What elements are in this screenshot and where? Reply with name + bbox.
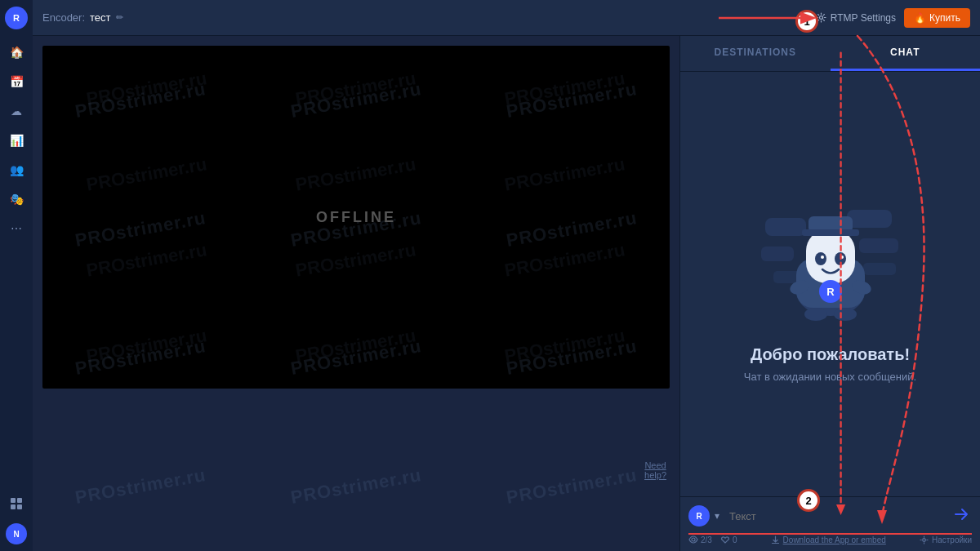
svg-point-16 [821, 256, 824, 259]
chat-content: R Добро пожаловать! Чат в ожидани [680, 72, 980, 496]
chat-avatar-dropdown[interactable]: ▾ [715, 510, 719, 522]
sidebar-item-more[interactable]: ⋯ [3, 216, 29, 242]
chat-send-button[interactable] [951, 504, 972, 528]
svg-rect-1 [17, 498, 22, 503]
svg-text:R: R [826, 286, 835, 298]
chat-tab-label: CHAT [890, 47, 920, 58]
encoder-label: Encoder: [42, 11, 85, 24]
svg-point-14 [815, 252, 826, 265]
svg-point-22 [804, 308, 827, 321]
topbar: Encoder: тест ✏ RTMP Settings 🔥 Купить [33, 0, 980, 36]
video-preview: PROstrimer.ru PROstrimer.ru PROstrimer.r… [42, 46, 670, 389]
chat-footer: 2/3 0 Download the App or [688, 535, 972, 544]
chat-welcome: Добро пожаловать! Чат в ожидании новых с… [744, 345, 916, 383]
viewers-count: 2/3 [701, 535, 712, 544]
svg-point-4 [819, 16, 822, 20]
fire-icon: 🔥 [914, 12, 926, 24]
chat-stats: 2/3 0 [688, 535, 737, 544]
destinations-tab-label: DESTINATIONS [715, 47, 796, 58]
chat-welcome-sub: Чат в ожидании новых сообщений. [744, 371, 916, 383]
sidebar-item-stats[interactable]: 📊 [3, 127, 29, 153]
chat-user-avatar: R [688, 505, 710, 527]
settings-icon [920, 535, 929, 544]
rtmp-settings-label: RTMP Settings [831, 12, 896, 24]
edit-icon[interactable]: ✏ [116, 12, 123, 23]
svg-rect-5 [765, 218, 806, 236]
tab-destinations[interactable]: DESTINATIONS [680, 36, 831, 71]
app-logo[interactable]: R [5, 7, 28, 29]
lower-area: Needhelp? [33, 389, 679, 551]
viewers-icon [688, 535, 698, 544]
svg-rect-0 [11, 498, 16, 503]
main-content: Encoder: тест ✏ RTMP Settings 🔥 Купить P… [33, 0, 980, 551]
svg-point-17 [840, 256, 844, 259]
svg-rect-3 [17, 504, 22, 509]
chat-input-area: R ▾ [680, 496, 980, 551]
need-help-label: Needhelp? [644, 460, 666, 480]
svg-rect-25 [802, 229, 859, 236]
video-section: PROstrimer.ru PROstrimer.ru PROstrimer.r… [33, 36, 679, 551]
viewers-stat: 2/3 [688, 535, 712, 544]
offline-label: OFFLINE [316, 209, 396, 226]
rtmp-settings-button[interactable]: RTMP Settings [816, 12, 896, 24]
download-embed-link[interactable]: Download the App or embed [771, 535, 886, 544]
heart-icon [720, 535, 730, 544]
svg-rect-2 [11, 504, 16, 509]
svg-point-15 [835, 252, 846, 265]
svg-rect-13 [806, 230, 855, 283]
buy-label: Купить [929, 12, 960, 24]
chat-settings-link[interactable]: Настройки [920, 535, 972, 544]
buy-button[interactable]: 🔥 Купить [904, 8, 970, 28]
svg-point-23 [834, 308, 857, 321]
annotation-badge-2: 2 [797, 489, 820, 512]
user-avatar[interactable]: N [6, 523, 27, 544]
mascot: R [757, 185, 904, 332]
encoder-title: Encoder: тест ✏ [42, 11, 123, 24]
chat-welcome-heading: Добро пожаловать! [744, 345, 916, 364]
hearts-stat: 0 [720, 535, 737, 544]
sidebar-item-cloud[interactable]: ☁ [3, 98, 29, 124]
settings-label: Настройки [932, 535, 972, 544]
sidebar-item-home[interactable]: 🏠 [3, 39, 29, 65]
content-row: PROstrimer.ru PROstrimer.ru PROstrimer.r… [33, 36, 980, 551]
svg-rect-8 [859, 238, 898, 253]
svg-point-27 [923, 538, 926, 541]
sidebar-item-team[interactable]: 👥 [3, 157, 29, 183]
need-help-button[interactable]: Needhelp? [644, 460, 666, 480]
svg-rect-6 [847, 210, 892, 228]
chat-input-row: R ▾ [688, 504, 972, 528]
sidebar: R 🏠 📅 ☁ 📊 👥 🎭 ⋯ N [0, 0, 33, 551]
encoder-name: тест [90, 11, 111, 24]
right-panel: DESTINATIONS CHAT [679, 36, 980, 551]
download-embed-label: Download the App or embed [783, 535, 886, 544]
svg-point-26 [692, 538, 695, 541]
sidebar-grid-icon[interactable] [3, 491, 29, 517]
tab-bar: DESTINATIONS CHAT [680, 36, 980, 72]
sidebar-bottom: N [3, 491, 29, 544]
hearts-count: 0 [733, 535, 737, 544]
svg-rect-7 [761, 247, 794, 261]
svg-rect-10 [863, 263, 896, 275]
tab-chat[interactable]: CHAT [831, 36, 981, 71]
sidebar-item-scenes[interactable]: 🎭 [3, 186, 29, 212]
sidebar-item-schedule[interactable]: 📅 [3, 69, 29, 95]
chat-text-input[interactable] [724, 507, 946, 526]
download-icon [771, 535, 780, 544]
